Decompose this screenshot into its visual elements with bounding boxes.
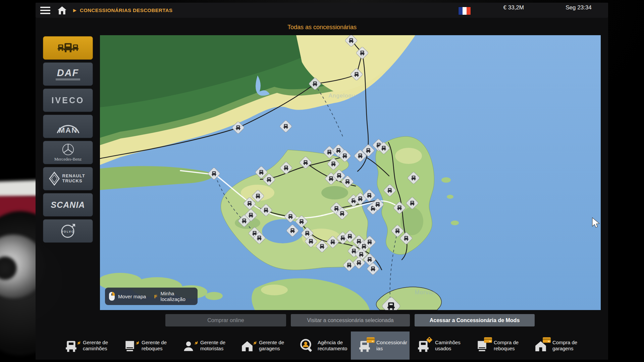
dealer-marker[interactable] — [286, 224, 299, 237]
dealer-marker[interactable] — [383, 184, 396, 197]
brand-filter-sidebar: DAF IVECO MAN Mercedes-Benz RENAULT TRUC… — [43, 36, 93, 245]
trailer-card-icon — [476, 339, 490, 353]
map-markers: AngeloqueMorvan — [100, 35, 601, 310]
mercedes-star-icon — [62, 143, 74, 156]
move-map-hint: Mover mapa — [118, 294, 146, 299]
renault-diamond-icon — [49, 172, 60, 186]
dealer-marker[interactable] — [279, 161, 293, 175]
dealer-marker[interactable] — [231, 121, 245, 134]
buy-online-button[interactable]: Comprar online — [165, 314, 286, 326]
volvo-logo: VOLVO — [59, 222, 77, 240]
dealer-marker[interactable] — [393, 201, 406, 215]
trailer-gear-icon — [123, 339, 138, 353]
recruitment-magnifier-icon — [300, 339, 314, 353]
truck-card-icon — [358, 339, 372, 353]
toolbar-used-trucks[interactable]: Caminhões usados — [410, 331, 468, 360]
all-trucks-icon — [57, 41, 79, 55]
breadcrumb-arrow-icon: ▶ — [73, 8, 76, 13]
dealer-marker[interactable] — [356, 46, 369, 60]
dealer-marker[interactable] — [295, 215, 308, 228]
visit-selected-dealer-button[interactable]: Visitar a concessionária selecionada — [291, 314, 410, 326]
map-region-label: Morvan — [415, 289, 436, 296]
management-toolbar: Gerente de caminhões Gerente de reboques… — [57, 331, 586, 360]
mouse-drag-icon — [109, 292, 115, 301]
toolbar-recruitment-agency[interactable]: Agência de recrutamento — [292, 331, 351, 360]
home-button[interactable] — [56, 5, 68, 15]
brand-filter-scania[interactable]: SCANIA — [43, 193, 93, 217]
brand-filter-mercedes[interactable]: Mercedes-Benz — [43, 141, 93, 164]
toolbar-trailer-purchase[interactable]: Compra de reboques — [468, 331, 527, 360]
dealer-marker[interactable] — [308, 77, 322, 90]
renault-logo-text: RENAULT TRUCKS — [62, 174, 87, 184]
toolbar-garage-purchase[interactable]: Compra de garagens — [527, 331, 586, 360]
dealer-marker[interactable] — [342, 258, 356, 272]
dealer-marker[interactable] — [279, 120, 292, 133]
dealer-marker[interactable] — [350, 68, 363, 81]
mouse-cursor — [591, 217, 601, 228]
truck-tag-icon — [417, 339, 431, 353]
player-money: € 33,2M — [480, 0, 524, 15]
mercedes-logo-text: Mercedes-Benz — [54, 157, 82, 162]
garage-card-icon — [534, 339, 548, 353]
breadcrumb: CONCESSIONÁRIAS DESCOBERTAS — [80, 7, 172, 13]
page-title: Todas as concessionárias — [0, 24, 644, 31]
brand-filter-iveco[interactable]: IVECO — [43, 88, 93, 112]
scania-logo: SCANIA — [51, 200, 85, 210]
svg-text:MAN: MAN — [58, 126, 77, 134]
person-gear-icon — [182, 339, 196, 353]
map-controls-hint: Mover mapa F Minha localização — [105, 288, 198, 305]
hamburger-menu-icon[interactable] — [40, 7, 50, 14]
f-key-icon: F — [154, 294, 157, 299]
my-location-hint: Minha localização — [161, 291, 192, 302]
dealer-marker[interactable] — [399, 232, 413, 245]
brand-filter-man[interactable]: MAN — [43, 115, 93, 138]
toolbar-trailer-manager[interactable]: Gerente de reboques — [116, 331, 175, 360]
brand-filter-volvo[interactable]: VOLVO — [43, 219, 93, 243]
dealer-marker[interactable] — [299, 156, 312, 169]
dealer-marker[interactable] — [344, 35, 358, 47]
brand-filter-daf[interactable]: DAF — [43, 62, 93, 86]
toolbar-dealerships[interactable]: Concessionárias — [351, 331, 410, 360]
toolbar-truck-manager[interactable]: Gerente de caminhões — [57, 331, 116, 360]
map-action-buttons: Comprar online Visitar a concessionária … — [165, 314, 535, 326]
dealer-marker[interactable] — [407, 171, 420, 185]
map-region-label: Angeloque — [329, 93, 359, 99]
iveco-logo: IVECO — [52, 96, 85, 105]
selected-dealer-marker[interactable] — [381, 296, 401, 310]
game-time: Seg 23:34 — [553, 0, 604, 15]
dealer-marker[interactable] — [259, 203, 273, 217]
toolbar-garage-manager[interactable]: Gerente de garagens — [233, 331, 292, 360]
toolbar-driver-manager[interactable]: Gerente de motoristas — [175, 331, 233, 360]
home-icon — [58, 6, 66, 14]
truck-gear-icon — [65, 339, 79, 353]
brand-filter-renault-trucks[interactable]: RENAULT TRUCKS — [43, 167, 93, 190]
dealer-marker[interactable] — [406, 196, 419, 210]
daf-logo: DAF — [56, 68, 80, 80]
dealer-map[interactable]: AngeloqueMorvan Mover mapa F Minha local… — [100, 35, 601, 310]
france-flag-icon — [459, 7, 471, 15]
dealer-marker[interactable] — [327, 157, 340, 171]
garage-gear-icon — [241, 339, 255, 353]
dealer-marker[interactable] — [207, 167, 221, 180]
svg-text:VOLVO: VOLVO — [61, 230, 74, 233]
brand-filter-all-trucks[interactable] — [43, 36, 93, 60]
man-logo: MAN — [54, 119, 82, 134]
access-mods-dealer-button[interactable]: Acessar a Concessionária de Mods — [415, 314, 535, 326]
